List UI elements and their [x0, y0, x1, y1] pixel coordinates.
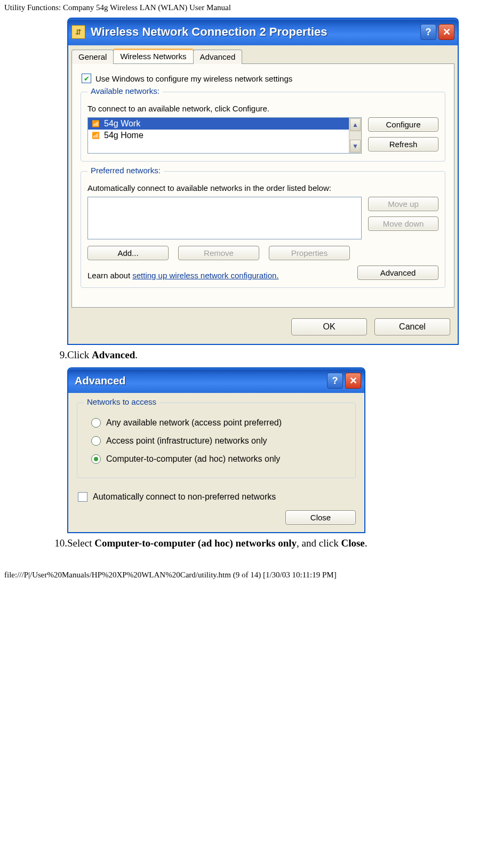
scrollbar[interactable]: ▲ ▼: [349, 118, 361, 153]
preferred-legend: Preferred networks:: [87, 166, 164, 175]
list-item[interactable]: 📶 54g Home: [88, 130, 349, 141]
dialog-footer: OK Cancel: [68, 311, 458, 344]
close-button[interactable]: ✕: [438, 24, 454, 40]
checkmark-icon: ✔: [82, 74, 91, 83]
auto-connect-label: Automatically connect to non-preferred n…: [93, 492, 276, 502]
help-button[interactable]: ?: [327, 373, 343, 389]
preferred-networks-group: Preferred networks: Automatically connec…: [81, 171, 445, 288]
close-button[interactable]: ✕: [345, 373, 361, 389]
available-hint: To connect to an available network, clic…: [87, 104, 438, 113]
advanced-window: Advanced ? ✕ Networks to access Any avai…: [67, 367, 365, 533]
window-icon: ⇵: [71, 25, 85, 39]
tab-strip: General Wireless Networks Advanced: [68, 45, 458, 63]
preferred-hint: Automatically connect to available netwo…: [87, 183, 438, 192]
tab-wireless-networks[interactable]: Wireless Networks: [113, 49, 193, 63]
page-header: Utility Functions: Company 54g Wireless …: [0, 0, 479, 18]
help-button[interactable]: ?: [420, 24, 436, 40]
tab-panel: ✔ Use Windows to configure my wireless n…: [71, 63, 454, 308]
move-up-button[interactable]: Move up: [368, 197, 438, 211]
refresh-button[interactable]: Refresh: [368, 137, 438, 151]
window-title: Advanced: [71, 375, 327, 387]
configure-button[interactable]: Configure: [368, 117, 438, 132]
radio-adhoc-only[interactable]: Computer-to-computer (ad hoc) networks o…: [91, 454, 348, 464]
network-icon: 📶: [91, 131, 100, 140]
networks-to-access-group: Networks to access Any available network…: [77, 403, 356, 478]
close-button[interactable]: Close: [285, 510, 356, 525]
cancel-button[interactable]: Cancel: [374, 318, 450, 335]
tab-general[interactable]: General: [71, 50, 114, 64]
use-windows-label: Use Windows to configure my wireless net…: [95, 74, 292, 83]
scroll-up-icon[interactable]: ▲: [350, 118, 361, 131]
titlebar[interactable]: Advanced ? ✕: [68, 368, 364, 393]
radio-icon: [91, 454, 101, 464]
window-title: Wireless Network Connection 2 Properties: [91, 25, 420, 39]
preferred-networks-list[interactable]: [87, 197, 362, 239]
radio-icon: [91, 436, 101, 446]
radio-icon: [91, 418, 101, 428]
instruction-step-9: 9. Click Advanced.: [4, 349, 475, 361]
use-windows-checkbox-row[interactable]: ✔ Use Windows to configure my wireless n…: [82, 74, 446, 83]
add-button[interactable]: Add...: [87, 246, 169, 260]
list-item[interactable]: 📶 54g Work: [88, 118, 349, 130]
instruction-step-10: 10. Select Computer-to-computer (ad hoc)…: [4, 537, 475, 549]
properties-button[interactable]: Properties: [269, 246, 350, 260]
radio-any-available[interactable]: Any available network (access point pref…: [91, 418, 348, 428]
titlebar[interactable]: ⇵ Wireless Network Connection 2 Properti…: [68, 19, 458, 45]
radio-label: Access point (infrastructure) networks o…: [106, 436, 267, 446]
available-legend: Available networks:: [87, 86, 163, 95]
ok-button[interactable]: OK: [291, 318, 367, 335]
learn-link[interactable]: setting up wireless network configuratio…: [132, 271, 278, 280]
auto-connect-checkbox-row[interactable]: Automatically connect to non-preferred n…: [78, 492, 356, 502]
scroll-down-icon[interactable]: ▼: [350, 140, 361, 152]
radio-label: Any available network (access point pref…: [106, 418, 282, 428]
network-name: 54g Work: [104, 119, 140, 128]
advanced-button[interactable]: Advanced: [357, 266, 438, 280]
checkbox-icon: [78, 492, 87, 502]
network-name: 54g Home: [104, 131, 143, 140]
remove-button[interactable]: Remove: [178, 246, 259, 260]
networks-to-access-legend: Networks to access: [84, 397, 159, 406]
available-networks-group: Available networks: To connect to an ava…: [81, 92, 445, 162]
radio-label: Computer-to-computer (ad hoc) networks o…: [106, 454, 280, 464]
learn-text: Learn about setting up wireless network …: [87, 271, 347, 280]
tab-advanced[interactable]: Advanced: [193, 50, 243, 64]
network-icon: 📶: [91, 119, 100, 128]
page-footer: file:///P|/User%20Manuals/HP%20XP%20WLAN…: [0, 556, 479, 585]
radio-access-point-only[interactable]: Access point (infrastructure) networks o…: [91, 436, 348, 446]
move-down-button[interactable]: Move down: [368, 216, 438, 231]
properties-window: ⇵ Wireless Network Connection 2 Properti…: [67, 18, 459, 345]
available-networks-list[interactable]: 📶 54g Work 📶 54g Home ▲ ▼: [87, 117, 362, 154]
